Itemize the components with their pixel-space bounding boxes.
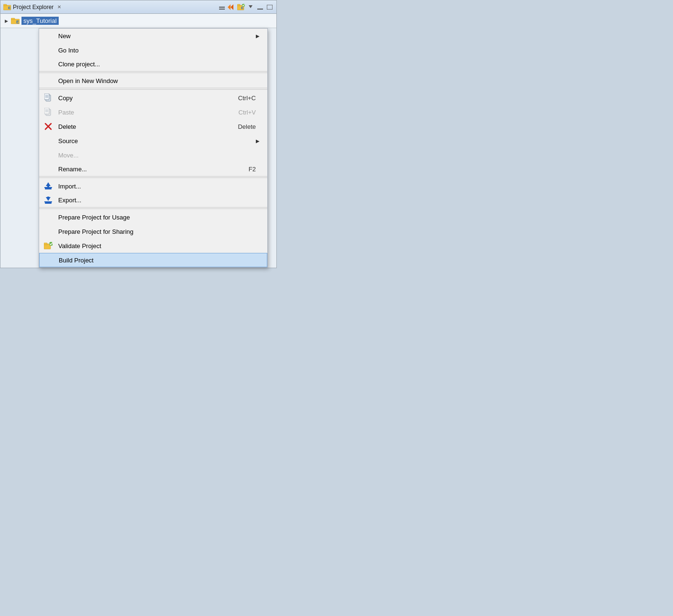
- menu-item-copy[interactable]: Copy Ctrl+C: [39, 91, 267, 105]
- svg-rect-33: [45, 202, 52, 204]
- svg-marker-11: [249, 5, 252, 8]
- menu-item-export-label: Export...: [58, 197, 260, 204]
- menu-item-paste-shortcut: Ctrl+V: [239, 109, 256, 116]
- svg-rect-8: [237, 4, 240, 6]
- menu-item-build-label: Build Project: [59, 257, 259, 264]
- title-actions: E: [218, 3, 273, 11]
- export-icon: [44, 196, 53, 205]
- menu-item-source-label: Source: [58, 137, 256, 145]
- menu-item-move-label: Move...: [58, 152, 260, 159]
- menu-item-delete[interactable]: Delete Delete: [39, 119, 267, 134]
- dropdown-btn[interactable]: [247, 3, 254, 11]
- svg-rect-15: [11, 18, 15, 20]
- menu-item-prepare-sharing[interactable]: Prepare Project for Sharing: [39, 224, 267, 239]
- panel-folder-icon: E: [3, 4, 11, 10]
- separator-3: [39, 177, 267, 178]
- menu-item-move[interactable]: Move...: [39, 148, 267, 162]
- menu-item-delete-shortcut: Delete: [238, 123, 256, 130]
- menu-item-prepare-sharing-label: Prepare Project for Sharing: [58, 228, 260, 235]
- svg-rect-1: [3, 4, 7, 6]
- panel-close-btn[interactable]: ✕: [57, 4, 61, 10]
- validate-toolbar-icon[interactable]: E: [237, 3, 245, 11]
- tree-area: ▶ E sys_Tutorial: [0, 14, 276, 28]
- svg-rect-36: [44, 243, 47, 245]
- menu-item-copy-label: Copy: [58, 94, 238, 102]
- menu-item-copy-shortcut: Ctrl+C: [238, 94, 256, 102]
- menu-item-build-project[interactable]: Build Project: [39, 253, 267, 267]
- import-icon: [44, 182, 53, 190]
- menu-item-rename-shortcut: F2: [249, 166, 256, 173]
- menu-item-go-into[interactable]: Go Into: [39, 43, 267, 57]
- tree-root-item[interactable]: ▶ E sys_Tutorial: [0, 16, 276, 26]
- tree-expand-arrow[interactable]: ▶: [3, 18, 9, 24]
- project-explorer-panel: E Project Explorer ✕: [0, 0, 277, 268]
- menu-item-validate-project[interactable]: Validate Project: [39, 239, 267, 253]
- svg-rect-4: [219, 9, 225, 10]
- menu-item-source[interactable]: Source ▶: [39, 134, 267, 148]
- navigate-back-icon[interactable]: [228, 3, 235, 11]
- menu-item-prepare-usage[interactable]: Prepare Project for Usage: [39, 210, 267, 224]
- tree-root-label[interactable]: sys_Tutorial: [21, 17, 59, 25]
- menu-item-new[interactable]: New ▶: [39, 29, 267, 43]
- separator-1: [39, 73, 267, 73]
- menu-item-open-window-label: Open in New Window: [58, 77, 260, 84]
- menu-item-open-new-window[interactable]: Open in New Window: [39, 74, 267, 88]
- menu-item-clone-project[interactable]: Clone project...: [39, 57, 267, 72]
- svg-rect-13: [267, 5, 273, 10]
- separator-4: [39, 209, 267, 209]
- context-menu: New ▶ Go Into Clone project... Open in N…: [39, 28, 268, 268]
- menu-item-import[interactable]: Import...: [39, 179, 267, 193]
- panel-maximize-btn[interactable]: [266, 3, 273, 11]
- svg-rect-29: [44, 187, 52, 188]
- menu-item-new-label: New: [58, 32, 256, 40]
- svg-rect-3: [219, 7, 225, 8]
- paste-icon: [44, 108, 53, 116]
- menu-item-clone-label: Clone project...: [58, 61, 260, 68]
- menu-item-validate-label: Validate Project: [58, 242, 260, 250]
- menu-item-go-into-label: Go Into: [58, 47, 260, 54]
- svg-marker-31: [46, 182, 51, 187]
- menu-item-prepare-usage-label: Prepare Project for Usage: [58, 214, 260, 221]
- svg-marker-5: [231, 4, 233, 10]
- panel-minimize-btn[interactable]: [256, 3, 264, 11]
- panel-title: Project Explorer: [13, 4, 53, 10]
- tree-folder-icon: E: [11, 18, 20, 24]
- title-bar: E Project Explorer ✕: [0, 0, 276, 14]
- delete-icon: [44, 122, 53, 131]
- svg-text:E: E: [16, 20, 19, 24]
- copy-icon: [44, 94, 53, 102]
- svg-text:E: E: [8, 6, 11, 10]
- menu-item-paste-label: Paste: [58, 109, 239, 116]
- svg-marker-34: [46, 197, 51, 201]
- svg-rect-32: [44, 201, 52, 202]
- menu-item-paste[interactable]: Paste Ctrl+V: [39, 105, 267, 119]
- menu-item-import-label: Import...: [58, 183, 260, 190]
- menu-new-arrow: ▶: [256, 33, 260, 39]
- minimize-btn[interactable]: [218, 3, 226, 11]
- menu-item-delete-label: Delete: [58, 123, 238, 130]
- svg-rect-12: [257, 9, 263, 10]
- menu-item-rename[interactable]: Rename... F2: [39, 162, 267, 177]
- validate-project-icon: [44, 241, 53, 250]
- menu-item-export[interactable]: Export...: [39, 193, 267, 208]
- title-left: E Project Explorer ✕: [3, 4, 61, 10]
- svg-rect-30: [45, 188, 52, 189]
- menu-item-rename-label: Rename...: [58, 166, 249, 173]
- svg-marker-6: [228, 4, 231, 10]
- menu-source-arrow: ▶: [256, 138, 260, 144]
- separator-2: [39, 89, 267, 90]
